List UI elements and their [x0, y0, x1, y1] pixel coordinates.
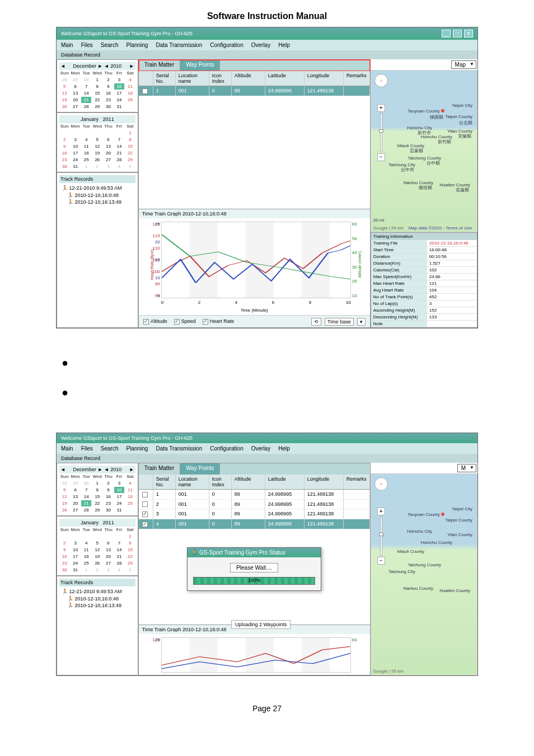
- menu-planning[interactable]: Planning: [127, 42, 148, 48]
- tab-row-highlighted: Train Matter Way Points: [139, 60, 370, 71]
- menu-files[interactable]: Files: [81, 42, 93, 48]
- track-records-panel: Track Records 🏃 12-21-2010 9:49:53 AM 🏃 …: [57, 576, 138, 675]
- toggle-speed[interactable]: Speed: [174, 318, 196, 325]
- info-row: Ascending Height(M)152: [371, 307, 477, 314]
- upload-status-text: Uploading 2 Waypoints: [231, 620, 291, 629]
- window-title: Welcome GSsport to GS-Sport Training Gym…: [61, 31, 193, 36]
- map-zoom-slider[interactable]: [380, 113, 382, 152]
- menu-help[interactable]: Help: [278, 445, 290, 452]
- chart-footer: Altitude Speed Heart Rate ⟲ Time base ▾: [139, 315, 370, 327]
- menu-help[interactable]: Help: [278, 42, 290, 48]
- track-record-row[interactable]: 🏃 2010-12-10,16:13:49: [59, 602, 135, 609]
- x-axis-title: Time (Minute): [139, 308, 370, 313]
- menu-bar: Main Files Search Planning Data Transmis…: [57, 443, 477, 454]
- map-toggle-bar: Map: [371, 59, 477, 70]
- info-row: Avg Heart Rate104: [371, 287, 477, 294]
- calendar-jan[interactable]: January 2011 SunMonTueWedThuFriSat 1 234…: [57, 112, 138, 172]
- menu-planning[interactable]: Planning: [127, 445, 148, 452]
- progress-bar: 100%: [193, 577, 315, 585]
- track-record-row[interactable]: 🏃 2010-12-10,16:0:48: [59, 595, 135, 602]
- timebase-dropdown[interactable]: ▾: [357, 318, 366, 326]
- waypoint-row[interactable]: 200108924.998995121.489138: [139, 500, 370, 510]
- map-type-select[interactable]: M: [457, 464, 476, 472]
- menu-data-trans[interactable]: Data Transmission: [156, 445, 202, 452]
- calendar-jan[interactable]: January 2011 SunMonTueWedThuFriSat 1 234…: [57, 516, 138, 576]
- menu-main[interactable]: Main: [61, 445, 73, 452]
- map-type-select[interactable]: Map: [451, 60, 476, 69]
- info-row: No of Lap(s)3: [371, 300, 477, 307]
- waypoint-row[interactable]: 1 001 0 89 24.998995 121.489138: [139, 86, 370, 96]
- map-pan-control[interactable]: ⟐: [374, 477, 388, 491]
- track-record-row[interactable]: 🏃 12-21-2010 9:49:53 AM: [59, 184, 135, 192]
- waypoint-row[interactable]: 100108924.998995121.489138: [139, 490, 370, 500]
- window-title: Welcome GSsport to GS-Sport Training Gym…: [61, 435, 193, 441]
- menu-search[interactable]: Search: [101, 42, 119, 48]
- map-pan-control[interactable]: ⟐: [374, 74, 388, 87]
- toggle-heart-rate[interactable]: Heart Rate: [203, 318, 235, 325]
- track-record-row[interactable]: 🏃 12-21-2010 9:49:53 AM: [59, 588, 135, 595]
- tab-train-matter[interactable]: Train Matter: [139, 60, 181, 71]
- track-records-header: Track Records: [59, 175, 135, 183]
- info-row: Duration00:10:56: [371, 253, 477, 260]
- chart-area: Time Train Graph 2010-12-10,16:0:48 Hear…: [139, 209, 370, 315]
- toggle-altitude[interactable]: Altitude: [143, 318, 167, 325]
- menu-config[interactable]: Configuration: [210, 445, 243, 452]
- track-record-row[interactable]: 🏃 2010-12-10,16:13:49: [59, 199, 135, 205]
- status-dialog: 🏃 GS-Sport Training Gym Pro Status Pleas…: [187, 547, 321, 591]
- map-zoom-in[interactable]: +: [377, 508, 385, 515]
- map-canvas[interactable]: ⟐ + − Taipei City Taoyuan County Taipei …: [371, 473, 477, 675]
- map-canvas[interactable]: ⟐ + − Taipei City Taoyuan County 桃園縣 Tai…: [371, 70, 477, 232]
- training-info-header: Training Information: [371, 233, 477, 240]
- dialog-title: 🏃 GS-Sport Training Gym Pro Status: [188, 548, 321, 557]
- map-attribution: Google | 50 km Map data ©2010 - Terms of…: [373, 226, 472, 231]
- map-zoom-out[interactable]: −: [377, 557, 385, 565]
- tab-train-matter[interactable]: Train Matter: [139, 463, 181, 475]
- training-info-panel: Training Information Training File2010-1…: [371, 232, 477, 328]
- map-zoom-slider[interactable]: [380, 516, 382, 556]
- waypoint-row[interactable]: 300108924.998995121.489138: [139, 509, 370, 519]
- info-row: Max Speed(Km/Hr)24.86: [371, 274, 477, 280]
- waypoint-row[interactable]: 400108924.998995121.489138: [139, 519, 370, 529]
- menu-main[interactable]: Main: [61, 42, 73, 48]
- chart-plot[interactable]: [161, 222, 351, 298]
- database-record-bar: Database Record: [57, 454, 477, 463]
- info-row: Note: [371, 321, 477, 327]
- info-row: Descending Height(M)133: [371, 314, 477, 321]
- tab-way-points[interactable]: Way Points: [180, 463, 220, 475]
- menu-config[interactable]: Configuration: [210, 42, 243, 48]
- track-record-row[interactable]: 🏃 2010-12-10,16:0:48: [59, 192, 135, 199]
- info-row: Training File2010-12-10,16:0:48: [371, 240, 477, 247]
- map-zoom-out[interactable]: −: [377, 153, 385, 161]
- app-window-1: Welcome GSsport to GS-Sport Training Gym…: [56, 27, 478, 328]
- info-row: Max Heart Rate121: [371, 280, 477, 287]
- app-window-2: Welcome GSsport to GS-Sport Training Gym…: [56, 433, 478, 676]
- page-number: Page 27: [0, 687, 534, 719]
- reset-zoom-icon[interactable]: ⟲: [311, 318, 321, 326]
- window-controls: _ □ ✕: [442, 30, 473, 37]
- map-zoom-in[interactable]: +: [377, 104, 385, 112]
- menu-overlay[interactable]: Overlay: [251, 42, 270, 48]
- calendar-dec[interactable]: ◄December ► ◄ 2010► SunMonTueWedThuFriSa…: [57, 59, 138, 112]
- doc-title: Software Instruction Manual: [0, 0, 534, 27]
- maximize-button[interactable]: □: [453, 30, 462, 37]
- track-records-panel: Track Records 🏃 12-21-2010 9:49:53 AM 🏃 …: [57, 172, 138, 328]
- right-panel: Map ⟐ + − Taipei City Taoyuan County 桃園縣…: [371, 59, 477, 328]
- calendar-dec[interactable]: ◄December ► ◄ 2010► SunMonTueWedThuFriSa…: [57, 463, 138, 516]
- right-panel: M ⟐ + − Taipei City Taoyuan County Taipe…: [371, 463, 477, 675]
- progress-percent: 100%: [194, 577, 315, 583]
- menu-overlay[interactable]: Overlay: [251, 445, 270, 452]
- tab-way-points[interactable]: Way Points: [180, 60, 220, 71]
- info-row: Start Time16:00:48: [371, 247, 477, 253]
- menu-files[interactable]: Files: [81, 445, 93, 452]
- minimize-button[interactable]: _: [442, 30, 451, 37]
- center-panel: Train Matter Way Points Serial No. Locat…: [138, 59, 371, 328]
- menu-data-trans[interactable]: Data Transmission: [156, 42, 202, 48]
- database-record-bar: Database Record: [57, 50, 477, 59]
- left-panel: ◄December ► ◄ 2010► SunMonTueWedThuFriSa…: [57, 59, 138, 328]
- close-button[interactable]: ✕: [464, 30, 473, 37]
- menu-search[interactable]: Search: [101, 445, 119, 452]
- info-row: Distance(Km)1.527: [371, 260, 477, 267]
- timebase-select[interactable]: Time base: [325, 318, 354, 326]
- grid-empty-area: [139, 96, 370, 209]
- row-checkbox[interactable]: [142, 88, 148, 94]
